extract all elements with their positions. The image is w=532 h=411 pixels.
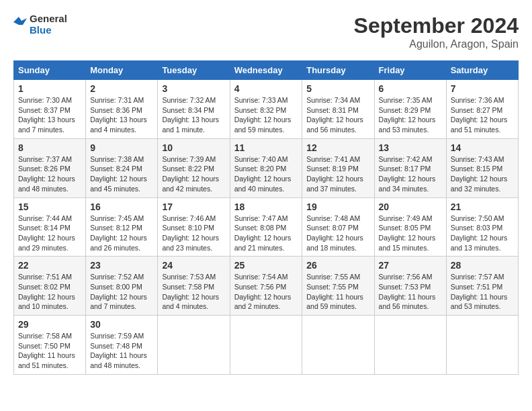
logo-container: General Blue (13, 13, 67, 36)
page-header: General Blue September 2024 Aguilon, Ara… (13, 13, 519, 50)
day-number: 3 (162, 83, 225, 94)
sunset: Sunset: 8:02 PM (18, 283, 71, 291)
day-detail: Sunrise: 7:58 AM Sunset: 7:50 PM Dayligh… (18, 331, 81, 371)
calendar-cell: 22 Sunrise: 7:51 AM Sunset: 8:02 PM Dayl… (14, 257, 86, 316)
sunrise: Sunrise: 7:35 AM (379, 96, 433, 104)
day-number: 28 (451, 260, 514, 271)
sunset: Sunset: 8:24 PM (90, 165, 142, 173)
day-detail: Sunrise: 7:49 AM Sunset: 8:05 PM Dayligh… (379, 214, 442, 253)
sunrise: Sunrise: 7:40 AM (234, 155, 288, 163)
sunrise: Sunrise: 7:48 AM (306, 214, 360, 222)
calendar-cell: 29 Sunrise: 7:58 AM Sunset: 7:50 PM Dayl… (14, 316, 86, 375)
sunrise: Sunrise: 7:31 AM (90, 96, 144, 104)
sunset: Sunset: 7:58 PM (162, 283, 214, 291)
daylight: Daylight: 12 hours and 10 minutes. (18, 293, 75, 311)
calendar-cell: 19 Sunrise: 7:48 AM Sunset: 8:07 PM Dayl… (302, 197, 374, 257)
daylight: Daylight: 12 hours and 18 minutes. (306, 234, 363, 252)
logo: General Blue (13, 13, 67, 36)
sunset: Sunset: 8:15 PM (451, 165, 503, 173)
day-number: 21 (451, 201, 514, 212)
daylight: Daylight: 12 hours and 56 minutes. (306, 116, 363, 134)
sunset: Sunset: 8:22 PM (162, 165, 214, 173)
daylight: Daylight: 12 hours and 42 minutes. (162, 175, 219, 193)
day-detail: Sunrise: 7:30 AM Sunset: 8:37 PM Dayligh… (18, 95, 81, 135)
sunrise: Sunrise: 7:43 AM (451, 155, 504, 163)
day-detail: Sunrise: 7:57 AM Sunset: 7:51 PM Dayligh… (451, 272, 514, 312)
sunset: Sunset: 8:17 PM (379, 165, 431, 173)
calendar-cell: 18 Sunrise: 7:47 AM Sunset: 8:08 PM Dayl… (230, 197, 302, 257)
daylight: Daylight: 13 hours and 7 minutes. (18, 116, 75, 134)
sunrise: Sunrise: 7:36 AM (451, 96, 504, 104)
sunset: Sunset: 7:51 PM (451, 283, 503, 291)
day-number: 9 (90, 142, 153, 153)
sunrise: Sunrise: 7:59 AM (90, 332, 144, 340)
calendar-cell: 26 Sunrise: 7:55 AM Sunset: 7:55 PM Dayl… (302, 257, 374, 316)
sunrise: Sunrise: 7:58 AM (18, 332, 72, 340)
calendar-cell: 1 Sunrise: 7:30 AM Sunset: 8:37 PM Dayli… (14, 80, 86, 139)
day-detail: Sunrise: 7:48 AM Sunset: 8:07 PM Dayligh… (306, 214, 369, 253)
sunrise: Sunrise: 7:45 AM (90, 214, 144, 222)
sunrise: Sunrise: 7:55 AM (306, 273, 360, 281)
sunset: Sunset: 7:56 PM (234, 283, 287, 291)
day-detail: Sunrise: 7:43 AM Sunset: 8:15 PM Dayligh… (451, 154, 514, 194)
sunrise: Sunrise: 7:51 AM (18, 273, 72, 281)
day-number: 27 (379, 260, 442, 271)
day-detail: Sunrise: 7:36 AM Sunset: 8:27 PM Dayligh… (451, 95, 514, 135)
day-detail: Sunrise: 7:40 AM Sunset: 8:20 PM Dayligh… (234, 154, 298, 194)
daylight: Daylight: 12 hours and 4 minutes. (162, 293, 219, 311)
calendar-cell: 30 Sunrise: 7:59 AM Sunset: 7:48 PM Dayl… (86, 316, 158, 375)
day-detail: Sunrise: 7:53 AM Sunset: 7:58 PM Dayligh… (162, 272, 225, 312)
sunset: Sunset: 8:03 PM (451, 224, 503, 232)
calendar-cell: 8 Sunrise: 7:37 AM Sunset: 8:26 PM Dayli… (14, 138, 86, 197)
sunset: Sunset: 7:50 PM (18, 342, 71, 350)
daylight: Daylight: 11 hours and 56 minutes. (379, 293, 436, 311)
calendar-cell: 13 Sunrise: 7:42 AM Sunset: 8:17 PM Dayl… (374, 138, 446, 197)
calendar-cell: 9 Sunrise: 7:38 AM Sunset: 8:24 PM Dayli… (86, 138, 158, 197)
sunrise: Sunrise: 7:32 AM (162, 96, 216, 104)
calendar-cell: 27 Sunrise: 7:56 AM Sunset: 7:53 PM Dayl… (374, 257, 446, 316)
day-detail: Sunrise: 7:50 AM Sunset: 8:03 PM Dayligh… (451, 214, 514, 253)
daylight: Daylight: 12 hours and 32 minutes. (451, 175, 508, 193)
day-detail: Sunrise: 7:52 AM Sunset: 8:00 PM Dayligh… (90, 272, 153, 312)
calendar-cell (446, 316, 518, 375)
sunrise: Sunrise: 7:41 AM (306, 155, 360, 163)
daylight: Daylight: 12 hours and 53 minutes. (379, 116, 436, 134)
calendar-cell: 7 Sunrise: 7:36 AM Sunset: 8:27 PM Dayli… (446, 80, 518, 139)
title-block: September 2024 Aguilon, Aragon, Spain (354, 13, 519, 50)
day-detail: Sunrise: 7:45 AM Sunset: 8:12 PM Dayligh… (90, 214, 153, 253)
day-number: 16 (90, 201, 153, 212)
logo-text-general: General (30, 13, 67, 25)
daylight: Daylight: 12 hours and 2 minutes. (234, 293, 292, 311)
calendar-cell (230, 316, 302, 375)
day-number: 17 (162, 201, 225, 212)
day-detail: Sunrise: 7:35 AM Sunset: 8:29 PM Dayligh… (379, 95, 442, 135)
sunset: Sunset: 8:26 PM (18, 165, 71, 173)
day-detail: Sunrise: 7:55 AM Sunset: 7:55 PM Dayligh… (306, 272, 369, 312)
day-detail: Sunrise: 7:47 AM Sunset: 8:08 PM Dayligh… (234, 214, 298, 253)
sunset: Sunset: 7:48 PM (90, 342, 142, 350)
calendar-cell: 12 Sunrise: 7:41 AM Sunset: 8:19 PM Dayl… (302, 138, 374, 197)
sunset: Sunset: 8:12 PM (90, 224, 142, 232)
sunset: Sunset: 8:00 PM (90, 283, 142, 291)
daylight: Daylight: 12 hours and 48 minutes. (18, 175, 75, 193)
month-title: September 2024 (354, 13, 519, 38)
daylight: Daylight: 12 hours and 13 minutes. (451, 234, 508, 252)
day-detail: Sunrise: 7:34 AM Sunset: 8:31 PM Dayligh… (306, 95, 369, 135)
sunrise: Sunrise: 7:42 AM (379, 155, 433, 163)
calendar-cell: 6 Sunrise: 7:35 AM Sunset: 8:29 PM Dayli… (374, 80, 446, 139)
location-title: Aguilon, Aragon, Spain (354, 38, 519, 50)
logo-text-blue: Blue (30, 25, 67, 36)
daylight: Daylight: 11 hours and 53 minutes. (451, 293, 508, 311)
sunset: Sunset: 8:31 PM (306, 106, 359, 114)
sunset: Sunset: 8:07 PM (306, 224, 359, 232)
sunrise: Sunrise: 7:44 AM (18, 214, 72, 222)
day-detail: Sunrise: 7:56 AM Sunset: 7:53 PM Dayligh… (379, 272, 442, 312)
sunset: Sunset: 8:34 PM (162, 106, 214, 114)
daylight: Daylight: 12 hours and 40 minutes. (234, 175, 292, 193)
sunrise: Sunrise: 7:54 AM (234, 273, 288, 281)
day-detail: Sunrise: 7:31 AM Sunset: 8:36 PM Dayligh… (90, 95, 153, 135)
sunset: Sunset: 8:32 PM (234, 106, 287, 114)
day-number: 20 (379, 201, 442, 212)
calendar-cell: 17 Sunrise: 7:46 AM Sunset: 8:10 PM Dayl… (158, 197, 230, 257)
calendar-cell: 14 Sunrise: 7:43 AM Sunset: 8:15 PM Dayl… (446, 138, 518, 197)
